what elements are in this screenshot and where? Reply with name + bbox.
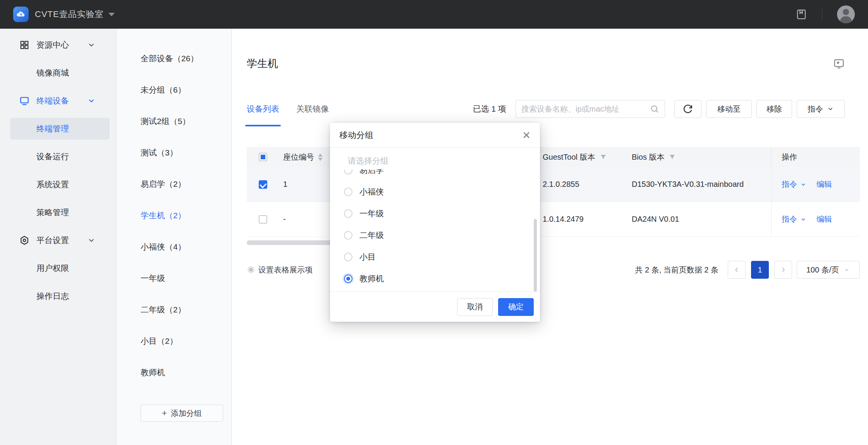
row-edit-link[interactable]: 编辑 xyxy=(816,214,832,224)
sidebar-item-label: 平台设置 xyxy=(36,235,69,246)
chevron-down-icon xyxy=(827,105,834,112)
group-item-all[interactable]: 全部设备（26） xyxy=(117,43,231,74)
group-option[interactable]: 二年级 xyxy=(339,224,531,246)
cell-guesttool: 1.0.14.2479 xyxy=(543,215,584,224)
plus-icon: + xyxy=(162,408,167,418)
org-name[interactable]: CVTE壹品实验室 xyxy=(35,9,104,20)
page-size-select[interactable]: 100 条/页 xyxy=(797,261,859,279)
group-item-student-machine[interactable]: 学生机（2） xyxy=(117,200,231,231)
monitor-view-icon[interactable] xyxy=(833,58,845,69)
search-box xyxy=(516,100,665,118)
row-checkbox[interactable] xyxy=(259,215,267,224)
remove-button[interactable]: 移除 xyxy=(756,100,792,118)
sidebar-item-label: 终端管理 xyxy=(36,123,69,134)
row-edit-link[interactable]: 编辑 xyxy=(816,179,832,190)
modal-title: 移动分组 xyxy=(339,129,373,141)
sidebar-item-device-running[interactable]: 设备运行 xyxy=(0,143,116,171)
app: CVTE壹品实验室 资源中心 xyxy=(0,0,868,445)
cell-bios: DA24N V0.01 xyxy=(632,215,679,224)
radio-icon[interactable] xyxy=(344,209,352,218)
radio-icon[interactable] xyxy=(344,253,352,261)
column-seat[interactable]: 座位编号 xyxy=(283,152,314,162)
group-item-xiaomu[interactable]: 小目（2） xyxy=(117,325,231,357)
topbar-divider xyxy=(822,9,822,20)
refresh-button[interactable] xyxy=(674,100,701,118)
sidebar-item-platform-settings[interactable]: 平台设置 xyxy=(0,226,116,254)
group-select-placeholder: 请选择分组 xyxy=(348,155,540,166)
group-item-teacher-machine[interactable]: 教师机 xyxy=(117,357,231,388)
group-option[interactable]: 小目 xyxy=(339,246,531,268)
column-bios: Bios 版本 xyxy=(632,152,664,162)
sidebar-item-label: 用户权限 xyxy=(36,263,69,274)
next-page-button[interactable] xyxy=(774,261,792,279)
group-item-grade2[interactable]: 二年级（2） xyxy=(117,294,231,325)
sidebar-item-label: 设备运行 xyxy=(36,151,69,162)
group-option[interactable]: 小福侠 xyxy=(339,181,531,203)
topbar: CVTE壹品实验室 xyxy=(0,0,868,29)
grid-icon xyxy=(19,40,29,50)
select-all-checkbox[interactable] xyxy=(259,153,267,161)
move-to-button[interactable]: 移动至 xyxy=(706,100,752,118)
move-group-modal: 移动分组 ✕ 请选择分组 易启学 小福侠 一年级 二年级 小目 xyxy=(330,123,540,322)
tab-device-list[interactable]: 设备列表 xyxy=(247,98,279,120)
page-number-button[interactable]: 1 xyxy=(751,261,769,279)
modal-scrollbar-thumb[interactable] xyxy=(534,219,537,292)
row-command-link[interactable]: 指令 xyxy=(782,179,806,190)
cell-seat: - xyxy=(283,215,286,224)
radio-icon[interactable] xyxy=(344,188,352,196)
close-icon[interactable]: ✕ xyxy=(522,130,531,140)
group-item-ungrouped[interactable]: 未分组（6） xyxy=(117,74,231,105)
group-option[interactable]: 一年级 xyxy=(339,203,531,224)
group-item-xiaofuxia[interactable]: 小福侠（4） xyxy=(117,231,231,262)
group-item-test2[interactable]: 测试2组（5） xyxy=(117,105,231,137)
radio-icon[interactable] xyxy=(344,231,352,240)
cancel-button[interactable]: 取消 xyxy=(457,298,493,316)
main-content: 学生机 设备列表 关联镜像 已选 1 项 移动至 xyxy=(232,29,868,445)
sidebar-item-terminal-devices[interactable]: 终端设备 xyxy=(0,87,116,115)
add-group-button[interactable]: + 添加分组 xyxy=(141,405,223,422)
app-logo-icon xyxy=(13,7,29,22)
sidebar-item-image-store[interactable]: 镜像商城 xyxy=(0,59,116,87)
row-checkbox[interactable] xyxy=(259,180,267,189)
group-item-grade1[interactable]: 一年级 xyxy=(117,262,231,294)
sort-icon[interactable] xyxy=(318,154,323,161)
search-icon[interactable] xyxy=(650,104,659,114)
sidebar-item-policy-management[interactable]: 策略管理 xyxy=(0,198,116,226)
command-dropdown-button[interactable]: 指令 xyxy=(797,100,845,118)
search-input[interactable] xyxy=(521,105,650,114)
cell-bios: D1530-YKT3A-V0.31-mainboard xyxy=(632,180,744,189)
tab-linked-images[interactable]: 关联镜像 xyxy=(296,98,329,120)
org-caret-icon[interactable] xyxy=(108,13,115,16)
group-item-test[interactable]: 测试（3） xyxy=(117,137,231,168)
sidebar-item-system-settings[interactable]: 系统设置 xyxy=(0,171,116,198)
radio-icon[interactable] xyxy=(344,274,352,283)
group-item-yiqixue[interactable]: 易启学（2） xyxy=(117,168,231,200)
total-count-text: 共 2 条, 当前页数据 2 条 xyxy=(635,265,718,275)
group-panel: 全部设备（26） 未分组（6） 测试2组（5） 测试（3） 易启学（2） 学生机… xyxy=(117,29,232,445)
chevron-down-icon xyxy=(800,216,806,222)
chevron-down-icon xyxy=(87,236,96,245)
sidebar-item-resource-center[interactable]: 资源中心 xyxy=(0,31,116,59)
cell-seat: 1 xyxy=(283,180,287,189)
confirm-button[interactable]: 确定 xyxy=(498,298,534,316)
row-command-link[interactable]: 指令 xyxy=(782,214,806,224)
user-avatar[interactable] xyxy=(837,5,855,23)
filter-icon[interactable] xyxy=(600,154,607,160)
monitor-icon xyxy=(19,96,29,106)
group-option-selected[interactable]: 教师机 xyxy=(339,268,531,290)
sidebar-item-terminal-management[interactable]: 终端管理 xyxy=(0,115,116,143)
radio-icon[interactable] xyxy=(344,169,352,174)
modal-header: 移动分组 ✕ xyxy=(330,123,540,148)
chevron-down-icon xyxy=(800,181,806,188)
filter-icon[interactable] xyxy=(669,154,675,160)
group-option[interactable]: 易启学 xyxy=(339,169,531,181)
table-settings-button[interactable]: 设置表格展示项 xyxy=(247,265,313,275)
sidebar-item-user-permissions[interactable]: 用户权限 xyxy=(0,254,116,282)
prev-page-button[interactable] xyxy=(728,261,746,279)
sidebar-item-operation-logs[interactable]: 操作日志 xyxy=(0,282,116,310)
hexagon-gear-icon xyxy=(19,235,29,245)
docs-icon[interactable] xyxy=(796,9,807,20)
topbar-right xyxy=(796,5,868,23)
column-actions: 操作 xyxy=(782,152,797,162)
chevron-down-icon xyxy=(87,97,96,105)
